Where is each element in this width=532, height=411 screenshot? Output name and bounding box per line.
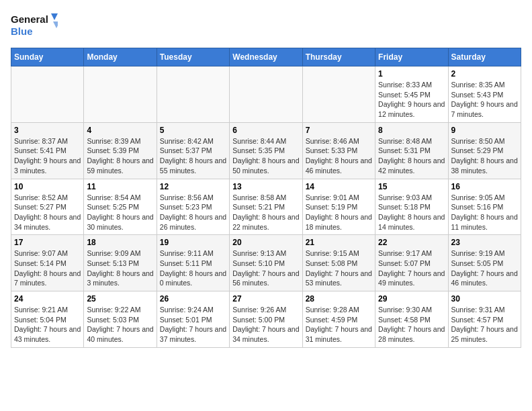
- calendar-day-cell: 7Sunrise: 8:46 AM Sunset: 5:33 PM Daylig…: [302, 122, 375, 179]
- day-info: Sunrise: 8:46 AM Sunset: 5:33 PM Dayligh…: [306, 136, 372, 176]
- day-info: Sunrise: 8:54 AM Sunset: 5:25 PM Dayligh…: [87, 193, 153, 232]
- weekday-header-row: SundayMondayTuesdayWednesdayThursdayFrid…: [11, 48, 521, 66]
- calendar-day-cell: 4Sunrise: 8:39 AM Sunset: 5:39 PM Daylig…: [84, 122, 157, 179]
- calendar-day-cell: 1Sunrise: 8:33 AM Sunset: 5:45 PM Daylig…: [375, 66, 448, 123]
- day-number: 10: [14, 182, 81, 191]
- calendar-day-cell: 5Sunrise: 8:42 AM Sunset: 5:37 PM Daylig…: [157, 122, 229, 179]
- calendar-day-cell: 11Sunrise: 8:54 AM Sunset: 5:25 PM Dayli…: [84, 179, 157, 235]
- calendar-day-cell: [157, 66, 229, 123]
- calendar-table: SundayMondayTuesdayWednesdayThursdayFrid…: [11, 48, 521, 348]
- day-number: 16: [451, 182, 518, 191]
- day-number: 15: [378, 182, 445, 191]
- day-number: 30: [451, 294, 518, 304]
- day-info: Sunrise: 9:17 AM Sunset: 5:07 PM Dayligh…: [378, 248, 445, 288]
- day-info: Sunrise: 8:37 AM Sunset: 5:41 PM Dayligh…: [14, 136, 81, 176]
- calendar-day-cell: 10Sunrise: 8:52 AM Sunset: 5:27 PM Dayli…: [11, 179, 84, 235]
- day-info: Sunrise: 8:35 AM Sunset: 5:43 PM Dayligh…: [451, 80, 518, 120]
- calendar-day-cell: 14Sunrise: 9:01 AM Sunset: 5:19 PM Dayli…: [302, 179, 375, 235]
- calendar-day-cell: 30Sunrise: 9:31 AM Sunset: 4:57 PM Dayli…: [448, 291, 521, 348]
- day-number: 8: [378, 126, 445, 135]
- calendar-day-cell: 15Sunrise: 9:03 AM Sunset: 5:18 PM Dayli…: [375, 179, 448, 235]
- calendar-day-cell: 22Sunrise: 9:17 AM Sunset: 5:07 PM Dayli…: [375, 235, 448, 291]
- day-info: Sunrise: 9:01 AM Sunset: 5:19 PM Dayligh…: [306, 193, 372, 232]
- calendar-day-cell: [84, 66, 157, 123]
- day-number: 3: [14, 126, 81, 135]
- calendar-day-cell: 8Sunrise: 8:48 AM Sunset: 5:31 PM Daylig…: [375, 122, 448, 179]
- day-number: 27: [232, 294, 299, 304]
- day-info: Sunrise: 8:50 AM Sunset: 5:29 PM Dayligh…: [451, 136, 518, 176]
- day-info: Sunrise: 9:31 AM Sunset: 4:57 PM Dayligh…: [451, 305, 518, 345]
- day-number: 26: [160, 294, 226, 304]
- calendar-week-row: 10Sunrise: 8:52 AM Sunset: 5:27 PM Dayli…: [11, 179, 521, 235]
- calendar-week-row: 1Sunrise: 8:33 AM Sunset: 5:45 PM Daylig…: [11, 66, 521, 123]
- day-info: Sunrise: 8:33 AM Sunset: 5:45 PM Dayligh…: [378, 80, 445, 120]
- day-info: Sunrise: 9:22 AM Sunset: 5:03 PM Dayligh…: [87, 305, 153, 345]
- calendar-day-cell: 21Sunrise: 9:15 AM Sunset: 5:08 PM Dayli…: [302, 235, 375, 291]
- day-info: Sunrise: 8:56 AM Sunset: 5:23 PM Dayligh…: [160, 193, 226, 232]
- day-info: Sunrise: 8:42 AM Sunset: 5:37 PM Dayligh…: [160, 136, 226, 176]
- svg-text:General: General: [11, 13, 48, 25]
- day-number: 5: [160, 126, 226, 135]
- day-number: 29: [378, 294, 445, 304]
- calendar-day-cell: 6Sunrise: 8:44 AM Sunset: 5:35 PM Daylig…: [230, 122, 302, 179]
- day-number: 19: [160, 238, 226, 247]
- day-info: Sunrise: 8:39 AM Sunset: 5:39 PM Dayligh…: [87, 136, 153, 176]
- day-info: Sunrise: 8:48 AM Sunset: 5:31 PM Dayligh…: [378, 136, 445, 176]
- calendar-day-cell: 24Sunrise: 9:21 AM Sunset: 5:04 PM Dayli…: [11, 291, 84, 348]
- day-info: Sunrise: 8:44 AM Sunset: 5:35 PM Dayligh…: [232, 136, 299, 176]
- day-info: Sunrise: 9:28 AM Sunset: 4:59 PM Dayligh…: [306, 305, 372, 345]
- day-number: 11: [87, 182, 153, 191]
- calendar-day-cell: 23Sunrise: 9:19 AM Sunset: 5:05 PM Dayli…: [448, 235, 521, 291]
- weekday-header: Thursday: [302, 48, 375, 66]
- calendar-day-cell: 27Sunrise: 9:26 AM Sunset: 5:00 PM Dayli…: [230, 291, 302, 348]
- day-number: 6: [232, 126, 299, 135]
- day-number: 12: [160, 182, 226, 191]
- weekday-header: Friday: [375, 48, 448, 66]
- day-number: 28: [306, 294, 372, 304]
- svg-text:Blue: Blue: [11, 26, 33, 37]
- weekday-header: Monday: [84, 48, 157, 66]
- day-number: 4: [87, 126, 153, 135]
- day-number: 14: [306, 182, 372, 191]
- weekday-header: Tuesday: [157, 48, 229, 66]
- day-number: 1: [378, 69, 445, 79]
- calendar-day-cell: 20Sunrise: 9:13 AM Sunset: 5:10 PM Dayli…: [230, 235, 302, 291]
- day-info: Sunrise: 9:11 AM Sunset: 5:11 PM Dayligh…: [160, 248, 226, 288]
- calendar-day-cell: 29Sunrise: 9:30 AM Sunset: 4:58 PM Dayli…: [375, 291, 448, 348]
- calendar-day-cell: [302, 66, 375, 123]
- day-info: Sunrise: 9:15 AM Sunset: 5:08 PM Dayligh…: [306, 248, 372, 288]
- day-number: 24: [14, 294, 81, 304]
- calendar-day-cell: 17Sunrise: 9:07 AM Sunset: 5:14 PM Dayli…: [11, 235, 84, 291]
- calendar-day-cell: 2Sunrise: 8:35 AM Sunset: 5:43 PM Daylig…: [448, 66, 521, 123]
- day-number: 18: [87, 238, 153, 247]
- weekday-header: Sunday: [11, 48, 84, 66]
- day-info: Sunrise: 9:19 AM Sunset: 5:05 PM Dayligh…: [451, 248, 518, 288]
- day-number: 21: [306, 238, 372, 247]
- weekday-header: Saturday: [448, 48, 521, 66]
- calendar-day-cell: 19Sunrise: 9:11 AM Sunset: 5:11 PM Dayli…: [157, 235, 229, 291]
- day-number: 25: [87, 294, 153, 304]
- calendar-week-row: 24Sunrise: 9:21 AM Sunset: 5:04 PM Dayli…: [11, 291, 521, 348]
- calendar-day-cell: 16Sunrise: 9:05 AM Sunset: 5:16 PM Dayli…: [448, 179, 521, 235]
- day-number: 17: [14, 238, 81, 247]
- day-number: 22: [378, 238, 445, 247]
- calendar-day-cell: 18Sunrise: 9:09 AM Sunset: 5:13 PM Dayli…: [84, 235, 157, 291]
- calendar-day-cell: 28Sunrise: 9:28 AM Sunset: 4:59 PM Dayli…: [302, 291, 375, 348]
- day-info: Sunrise: 9:21 AM Sunset: 5:04 PM Dayligh…: [14, 305, 81, 345]
- day-number: 23: [451, 238, 518, 247]
- day-number: 9: [451, 126, 518, 135]
- day-number: 7: [306, 126, 372, 135]
- day-info: Sunrise: 9:09 AM Sunset: 5:13 PM Dayligh…: [87, 248, 153, 288]
- day-info: Sunrise: 9:24 AM Sunset: 5:01 PM Dayligh…: [160, 305, 226, 345]
- logo: General Blue: [11, 11, 58, 41]
- calendar-day-cell: 9Sunrise: 8:50 AM Sunset: 5:29 PM Daylig…: [448, 122, 521, 179]
- day-info: Sunrise: 8:52 AM Sunset: 5:27 PM Dayligh…: [14, 193, 81, 232]
- calendar-day-cell: 25Sunrise: 9:22 AM Sunset: 5:03 PM Dayli…: [84, 291, 157, 348]
- day-info: Sunrise: 9:05 AM Sunset: 5:16 PM Dayligh…: [451, 193, 518, 232]
- day-info: Sunrise: 8:58 AM Sunset: 5:21 PM Dayligh…: [232, 193, 299, 232]
- calendar-week-row: 17Sunrise: 9:07 AM Sunset: 5:14 PM Dayli…: [11, 235, 521, 291]
- calendar-day-cell: 13Sunrise: 8:58 AM Sunset: 5:21 PM Dayli…: [230, 179, 302, 235]
- day-number: 13: [232, 182, 299, 191]
- logo-svg: General Blue: [11, 11, 58, 41]
- svg-marker-2: [51, 13, 58, 20]
